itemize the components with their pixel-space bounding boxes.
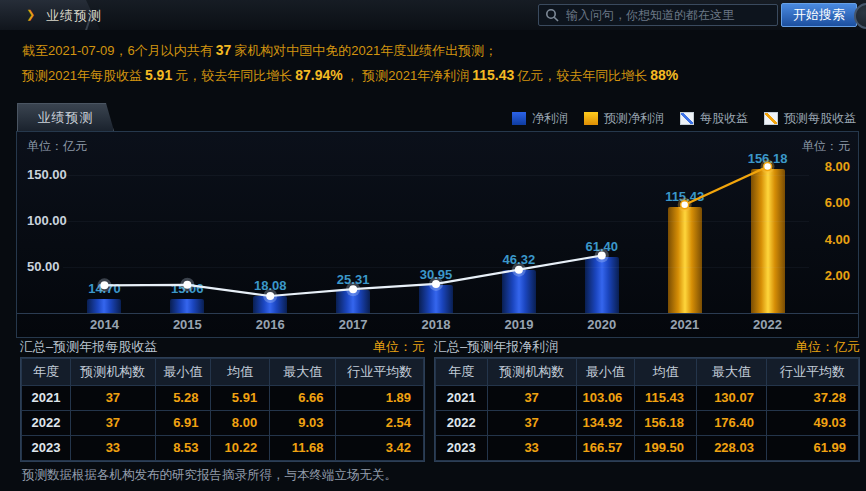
search-input[interactable] (564, 7, 771, 23)
x-axis-label-2017: 2017 (312, 317, 395, 332)
summary-value: 87.94% (292, 67, 345, 83)
legend-bar-swatch-icon (512, 112, 526, 125)
table-cell: 2021 (436, 386, 487, 410)
summary-text: 截至2021-07-09，6个月以内共有 (22, 43, 213, 58)
tab-performance-forecast[interactable]: 业绩预测 (17, 103, 114, 131)
legend-line-swatch-icon (764, 112, 778, 125)
legend-item-预测净利润[interactable]: 预测净利润 (584, 110, 664, 127)
page-root: ❯ 业绩预测 开始搜索 截至2021-07-09，6个月以内共有37家机构对中国… (0, 0, 866, 491)
chart-panel: 单位：亿元 单位：元 150.00100.0050.00 8.006.004.0… (16, 131, 859, 338)
legend-label: 预测净利润 (604, 110, 664, 127)
table-cell: 37 (488, 386, 576, 410)
table-cell: 8.00 (211, 411, 269, 435)
table-header-cell: 最大值 (697, 359, 766, 385)
left-axis-tick: 100.00 (27, 213, 67, 228)
search-button[interactable]: 开始搜索 (781, 3, 857, 27)
table-header-cell: 最小值 (156, 359, 211, 385)
table-cell: 1.89 (336, 386, 423, 410)
right-axis-tick: 8.00 (825, 159, 850, 174)
table-cell: 2.54 (336, 411, 423, 435)
eps-marker-icon (349, 285, 357, 293)
summary-text: 元，较去年同比增长 (175, 68, 292, 83)
table-header-cell: 行业平均数 (336, 359, 423, 385)
summary-value: 88% (647, 67, 681, 83)
right-axis-tick: 6.00 (825, 195, 850, 210)
table-header-cell: 预测机构数 (488, 359, 576, 385)
forecast-eps-marker-icon (764, 163, 772, 171)
x-axis-label-2022: 2022 (726, 317, 809, 332)
table-cell: 6.66 (270, 386, 335, 410)
x-axis-label-2015: 2015 (146, 317, 229, 332)
table-cell: 2022 (22, 411, 70, 435)
table-cell: 37 (488, 411, 576, 435)
eps-lines-svg (63, 155, 809, 313)
table-title-eps: 汇总–预测年报每股收益 (20, 338, 157, 356)
table-cell: 199.50 (635, 436, 696, 460)
legend-bar-swatch-icon (584, 112, 598, 125)
x-axis-label-2014: 2014 (63, 317, 146, 332)
table-cell: 166.57 (577, 436, 635, 460)
forecast-summary: 截至2021-07-09，6个月以内共有37家机构对中国中免的2021年度业绩作… (22, 38, 852, 88)
legend-item-预测每股收益[interactable]: 预测每股收益 (764, 110, 856, 127)
table-cell: 6.91 (156, 411, 211, 435)
x-axis-line (17, 313, 858, 314)
legend-item-净利润[interactable]: 净利润 (512, 110, 568, 127)
table-header-cell: 年度 (436, 359, 487, 385)
eps-marker-icon (432, 280, 440, 288)
x-axis-labels: 201420152016201720182019202020212022 (63, 317, 809, 332)
table-cell: 2022 (436, 411, 487, 435)
table-cell: 2023 (22, 436, 70, 460)
table-unit-profit: 单位：亿元 (720, 338, 860, 356)
summary-line-2: 预测2021年每股收益5.91元，较去年同比增长87.94%， 预测2021年净… (22, 63, 852, 88)
right-axis-tick: 2.00 (825, 268, 850, 283)
legend-label: 净利润 (532, 110, 568, 127)
table-unit-eps: 单位：元 (300, 338, 425, 356)
left-axis-unit: 单位：亿元 (27, 138, 87, 155)
table-cell: 49.03 (767, 411, 858, 435)
table-cell: 130.07 (697, 386, 766, 410)
summary-text: 预测2021年每股收益 (22, 68, 142, 83)
table-cell: 156.18 (635, 411, 696, 435)
table-header-cell: 最大值 (270, 359, 335, 385)
chevron-right-icon: ❯ (26, 8, 35, 21)
x-axis-label-2016: 2016 (229, 317, 312, 332)
search-icon (545, 8, 559, 22)
table-header-cell: 年度 (22, 359, 70, 385)
table-cell: 5.28 (156, 386, 211, 410)
right-axis-unit: 单位：元 (802, 138, 850, 155)
x-axis-label-2020: 2020 (560, 317, 643, 332)
summary-text: ， 预测2021年净利润 (346, 68, 470, 83)
profit-forecast-table: 年度预测机构数最小值均值最大值行业平均数202137103.06115.4313… (434, 357, 860, 462)
eps-marker-icon (183, 281, 191, 289)
eps-marker-icon (598, 252, 606, 260)
table-cell: 8.53 (156, 436, 211, 460)
eps-marker-icon (100, 281, 108, 289)
table-cell: 37 (71, 411, 155, 435)
legend-label: 每股收益 (700, 110, 748, 127)
table-header-cell: 均值 (211, 359, 269, 385)
right-axis-tick: 4.00 (825, 232, 850, 247)
table-cell: 37.28 (767, 386, 858, 410)
x-axis-label-2021: 2021 (643, 317, 726, 332)
left-axis-tick: 50.00 (27, 259, 60, 274)
legend-line-swatch-icon (680, 112, 694, 125)
table-cell: 176.40 (697, 411, 766, 435)
table-title-profit: 汇总–预测年报净利润 (434, 338, 558, 356)
legend-item-每股收益[interactable]: 每股收益 (680, 110, 748, 127)
table-cell: 33 (488, 436, 576, 460)
forecast-eps-line (685, 167, 768, 205)
summary-line-1: 截至2021-07-09，6个月以内共有37家机构对中国中免的2021年度业绩作… (22, 38, 852, 63)
top-bar: ❯ 业绩预测 开始搜索 (0, 0, 866, 30)
summary-value: 5.91 (142, 67, 175, 83)
table-cell: 3.42 (336, 436, 423, 460)
table-cell: 5.91 (211, 386, 269, 410)
table-header-cell: 最小值 (577, 359, 635, 385)
table-cell: 9.03 (270, 411, 335, 435)
summary-text: 亿元，较去年同比增长 (517, 68, 647, 83)
table-cell: 228.03 (697, 436, 766, 460)
table-header-cell: 行业平均数 (767, 359, 858, 385)
table-cell: 33 (71, 436, 155, 460)
table-cell: 11.68 (270, 436, 335, 460)
table-cell: 103.06 (577, 386, 635, 410)
search-box[interactable] (538, 4, 778, 26)
